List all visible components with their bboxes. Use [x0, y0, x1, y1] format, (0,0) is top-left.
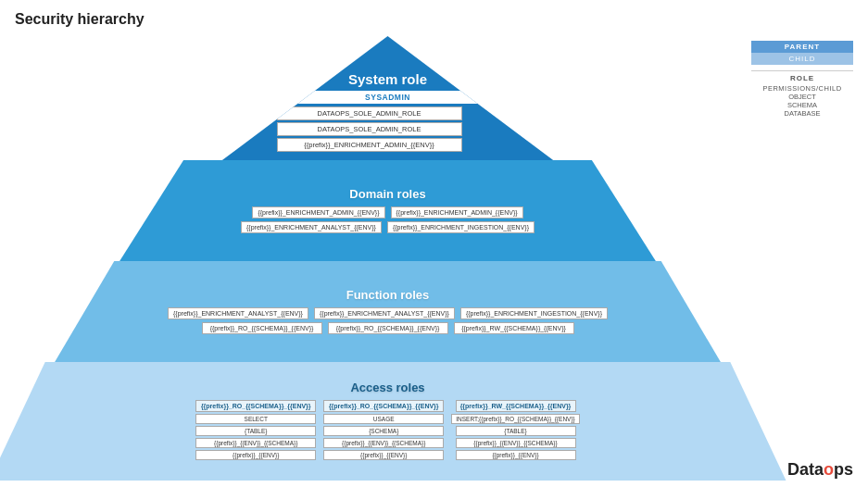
access-col2-row3: {{prefix}}_{{ENV}}_{{SCHEMA}} — [323, 438, 444, 448]
function-roles-row1: {{prefix}}_ENRICHMENT_ANALYST_{{ENV}} {{… — [168, 307, 608, 319]
domain-roles-row1: {{prefix}}_ENRICHMENT_ADMIN_{{ENV}} {{pr… — [252, 206, 522, 219]
logo-dot: o — [824, 460, 834, 479]
domain-roles-row2: {{prefix}}_ENRICHMENT_ANALYST_{{ENV}} {{… — [241, 221, 535, 233]
legend-parent: PARENT — [751, 41, 853, 53]
access-col3-row4: {{prefix}}_{{ENV}} — [456, 450, 576, 460]
function-role-box-2: {{prefix}}_ENRICHMENT_ANALYST_{{ENV}} — [314, 307, 455, 319]
legend-permissions: PERMISSIONS/CHILD — [751, 84, 853, 93]
tier-system: System role SYSADMIN DATAOPS_SOLE_ADMIN_… — [221, 36, 555, 161]
function-role-box-4: {{prefix}}_RO_{{SCHEMA}}_{{ENV}} — [202, 322, 322, 334]
legend-schema: SCHEMA — [751, 101, 853, 109]
access-col3-row1: INSERT;{{prefix}}_RO_{{SCHEMA}}_{{ENV}} — [451, 414, 580, 424]
legend-child: CHILD — [751, 53, 853, 65]
function-role-box-5: {{prefix}}_RO_{{SCHEMA}}_{{ENV}} — [328, 322, 448, 334]
access-col1-header: {{prefix}}_RO_{{SCHEMA}}_{{ENV}} — [195, 400, 316, 412]
system-role-title: System role — [277, 71, 499, 87]
access-columns: {{prefix}}_RO_{{SCHEMA}}_{{ENV}} SELECT … — [195, 400, 580, 462]
access-col2-row2: {SCHEMA} — [323, 426, 444, 436]
function-roles-row2: {{prefix}}_RO_{{SCHEMA}}_{{ENV}} {{prefi… — [202, 322, 574, 334]
access-roles-title: Access roles — [350, 381, 424, 394]
tier-domain: Domain roles {{prefix}}_ENRICHMENT_ADMIN… — [120, 160, 657, 262]
system-role-box1: DATAOPS_SOLE_ADMIN_ROLE — [277, 106, 462, 120]
function-roles-title: Function roles — [346, 288, 430, 302]
tier-access-wrapper: Access roles {{prefix}}_RO_{{SCHEMA}}_{{… — [37, 362, 738, 481]
access-col2-header: {{prefix}}_RO_{{SCHEMA}}_{{ENV}} — [323, 400, 444, 412]
domain-role-box-4: {{prefix}}_ENRICHMENT_INGESTION_{{ENV}} — [387, 221, 535, 233]
function-role-box-3: {{prefix}}_ENRICHMENT_INGESTION_{{ENV}} — [460, 307, 608, 319]
domain-roles-title: Domain roles — [349, 187, 425, 201]
system-role-box2: DATAOPS_SOLE_ADMIN_ROLE — [277, 122, 462, 136]
logo: Dataops — [787, 460, 853, 480]
access-col3-row2: {TABLE} — [456, 426, 576, 436]
access-col2-row4: {{prefix}}_{{ENV}} — [323, 450, 444, 460]
tier-function-wrapper: Function roles {{prefix}}_ENRICHMENT_ANA… — [37, 261, 738, 363]
access-col1-row3: {{prefix}}_{{ENV}}_{{SCHEMA}} — [195, 438, 316, 448]
access-col-1: {{prefix}}_RO_{{SCHEMA}}_{{ENV}} SELECT … — [195, 400, 316, 462]
domain-role-box-1: {{prefix}}_ENRICHMENT_ADMIN_{{ENV}} — [252, 206, 384, 219]
legend-object: OBJECT — [751, 93, 853, 101]
tier-function: Function roles {{prefix}}_ENRICHMENT_ANA… — [55, 261, 722, 363]
page-title: Security hierarchy — [15, 11, 145, 28]
tier-domain-wrapper: Domain roles {{prefix}}_ENRICHMENT_ADMIN… — [37, 160, 738, 262]
legend: PARENT CHILD ROLE PERMISSIONS/CHILD OBJE… — [751, 41, 853, 118]
access-col1-row2: {TABLE} — [195, 426, 316, 436]
domain-role-box-3: {{prefix}}_ENRICHMENT_ANALYST_{{ENV}} — [241, 221, 382, 233]
access-col1-row4: {{prefix}}_{{ENV}} — [195, 450, 316, 460]
access-col3-row3: {{prefix}}_{{ENV}}_{{SCHEMA}} — [456, 438, 576, 448]
legend-role-label: ROLE — [751, 70, 853, 82]
function-role-box-6: {{prefix}}_RW_{{SCHEMA}}_{{ENV}} — [454, 322, 574, 334]
system-role-badge: SYSADMIN — [277, 91, 499, 104]
tier-system-wrapper: System role SYSADMIN DATAOPS_SOLE_ADMIN_… — [37, 36, 738, 161]
pyramid-container: System role SYSADMIN DATAOPS_SOLE_ADMIN_… — [37, 37, 738, 459]
tier-access: Access roles {{prefix}}_RO_{{SCHEMA}}_{{… — [0, 362, 786, 481]
access-col3-header: {{prefix}}_RW_{{SCHEMA}}_{{ENV}} — [456, 400, 576, 412]
function-role-box-1: {{prefix}}_ENRICHMENT_ANALYST_{{ENV}} — [168, 307, 308, 319]
access-col-3: {{prefix}}_RW_{{SCHEMA}}_{{ENV}} INSERT;… — [451, 400, 580, 462]
legend-database: DATABASE — [751, 109, 853, 118]
domain-role-box-2: {{prefix}}_ENRICHMENT_ADMIN_{{ENV}} — [391, 206, 523, 219]
access-col2-row1: USAGE — [323, 414, 444, 424]
access-col-2: {{prefix}}_RO_{{SCHEMA}}_{{ENV}} USAGE {… — [323, 400, 444, 462]
access-col1-row1: SELECT — [195, 414, 316, 424]
system-role-box3: {{prefix}}_ENRICHMENT_ADMIN_{{ENV}} — [277, 138, 462, 152]
